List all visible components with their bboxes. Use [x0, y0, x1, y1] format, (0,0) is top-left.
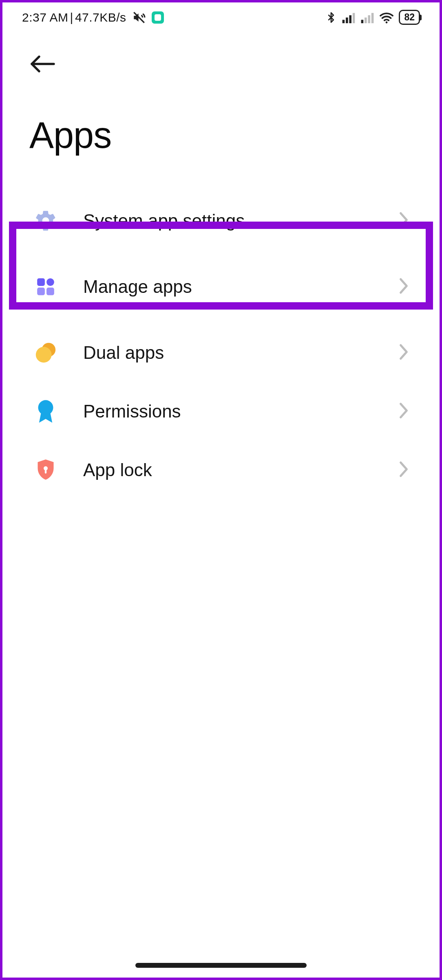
- svg-point-16: [36, 347, 52, 363]
- gear-icon: [33, 208, 59, 234]
- settings-list: System app settings Manage apps: [2, 166, 440, 499]
- svg-rect-7: [368, 15, 371, 23]
- row-label: App lock: [83, 460, 398, 480]
- row-label: Manage apps: [83, 277, 398, 297]
- row-label: System app settings: [83, 211, 398, 231]
- svg-point-9: [386, 21, 388, 23]
- svg-rect-6: [365, 18, 367, 23]
- svg-point-12: [46, 278, 54, 286]
- wifi-icon: [379, 11, 394, 24]
- chevron-right-icon: [398, 460, 409, 480]
- status-left: 2:37 AM|47.7KB/s: [22, 11, 164, 24]
- row-manage-apps[interactable]: Manage apps: [2, 250, 440, 323]
- svg-rect-14: [46, 288, 54, 295]
- bluetooth-icon: [325, 11, 337, 24]
- row-permissions[interactable]: Permissions: [2, 382, 440, 441]
- page-title: Apps: [29, 114, 413, 156]
- svg-rect-13: [37, 288, 45, 295]
- shield-lock-icon: [33, 457, 59, 483]
- svg-rect-2: [346, 18, 348, 23]
- status-bar: 2:37 AM|47.7KB/s: [2, 2, 440, 29]
- device-frame: 2:37 AM|47.7KB/s: [0, 0, 442, 980]
- app-badge-icon: [152, 11, 164, 24]
- svg-rect-5: [361, 20, 364, 23]
- row-label: Permissions: [83, 401, 398, 422]
- status-time: 2:37 AM|47.7KB/s: [22, 11, 126, 24]
- signal-icon: [342, 12, 356, 23]
- chevron-right-icon: [398, 277, 409, 297]
- svg-rect-8: [371, 13, 374, 23]
- chevron-right-icon: [398, 211, 409, 231]
- battery-percent: 82: [404, 12, 415, 23]
- chevron-right-icon: [398, 402, 409, 421]
- signal-weak-icon: [360, 12, 374, 23]
- svg-rect-3: [349, 15, 352, 23]
- mute-icon: [132, 11, 146, 24]
- award-icon: [33, 398, 59, 424]
- nav-indicator[interactable]: [135, 963, 307, 968]
- apps-grid-icon: [33, 274, 59, 300]
- svg-point-17: [38, 400, 53, 415]
- row-app-lock[interactable]: App lock: [2, 441, 440, 499]
- battery-icon: 82: [399, 10, 420, 25]
- svg-rect-11: [37, 278, 45, 286]
- arrow-left-icon: [29, 54, 56, 74]
- row-system-app-settings[interactable]: System app settings: [2, 191, 440, 250]
- svg-rect-19: [45, 469, 46, 474]
- svg-rect-4: [353, 13, 355, 23]
- chevron-right-icon: [398, 343, 409, 363]
- page-header: Apps: [2, 29, 440, 166]
- row-label: Dual apps: [83, 343, 398, 363]
- row-dual-apps[interactable]: Dual apps: [2, 323, 440, 382]
- svg-rect-1: [343, 20, 345, 23]
- status-right: 82: [325, 10, 420, 25]
- back-button[interactable]: [29, 54, 56, 74]
- dual-circle-icon: [33, 340, 59, 366]
